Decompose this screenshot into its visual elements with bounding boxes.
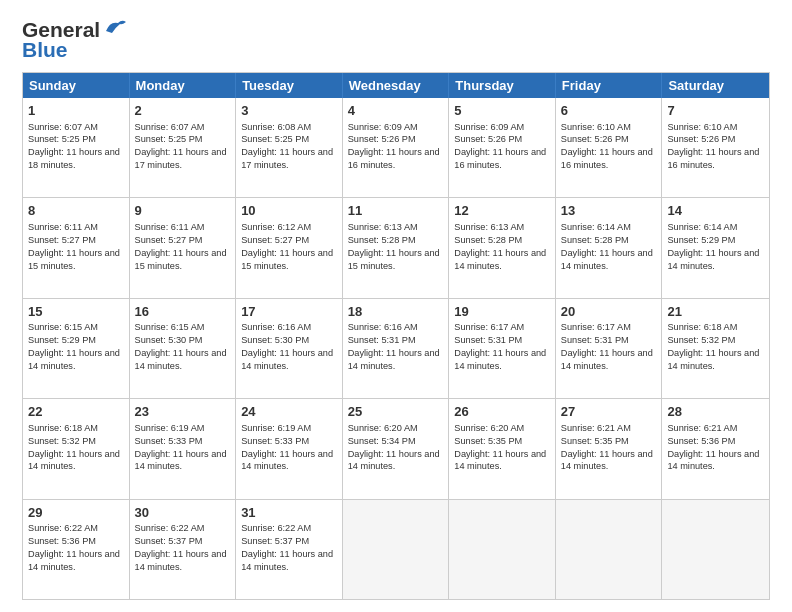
- day-info: Sunrise: 6:14 AMSunset: 5:28 PMDaylight:…: [561, 222, 653, 271]
- day-number: 15: [28, 303, 124, 321]
- page: General Blue Sunday Monday Tuesday Wedne…: [0, 0, 792, 612]
- calendar-cell-day-11: 11 Sunrise: 6:13 AMSunset: 5:28 PMDaylig…: [343, 198, 450, 297]
- day-number: 31: [241, 504, 337, 522]
- calendar-cell-day-22: 22 Sunrise: 6:18 AMSunset: 5:32 PMDaylig…: [23, 399, 130, 498]
- calendar-cell-day-28: 28 Sunrise: 6:21 AMSunset: 5:36 PMDaylig…: [662, 399, 769, 498]
- day-info: Sunrise: 6:11 AMSunset: 5:27 PMDaylight:…: [135, 222, 227, 271]
- calendar-cell-day-19: 19 Sunrise: 6:17 AMSunset: 5:31 PMDaylig…: [449, 299, 556, 398]
- day-info: Sunrise: 6:15 AMSunset: 5:29 PMDaylight:…: [28, 322, 120, 371]
- calendar-cell-day-9: 9 Sunrise: 6:11 AMSunset: 5:27 PMDayligh…: [130, 198, 237, 297]
- day-info: Sunrise: 6:20 AMSunset: 5:34 PMDaylight:…: [348, 423, 440, 472]
- day-info: Sunrise: 6:21 AMSunset: 5:35 PMDaylight:…: [561, 423, 653, 472]
- day-number: 12: [454, 202, 550, 220]
- day-info: Sunrise: 6:18 AMSunset: 5:32 PMDaylight:…: [28, 423, 120, 472]
- day-info: Sunrise: 6:08 AMSunset: 5:25 PMDaylight:…: [241, 122, 333, 171]
- calendar-cell-day-13: 13 Sunrise: 6:14 AMSunset: 5:28 PMDaylig…: [556, 198, 663, 297]
- calendar: Sunday Monday Tuesday Wednesday Thursday…: [22, 72, 770, 600]
- day-info: Sunrise: 6:13 AMSunset: 5:28 PMDaylight:…: [348, 222, 440, 271]
- calendar-cell-day-20: 20 Sunrise: 6:17 AMSunset: 5:31 PMDaylig…: [556, 299, 663, 398]
- day-number: 3: [241, 102, 337, 120]
- day-number: 26: [454, 403, 550, 421]
- calendar-week-4: 22 Sunrise: 6:18 AMSunset: 5:32 PMDaylig…: [23, 398, 769, 498]
- day-info: Sunrise: 6:16 AMSunset: 5:31 PMDaylight:…: [348, 322, 440, 371]
- calendar-week-2: 8 Sunrise: 6:11 AMSunset: 5:27 PMDayligh…: [23, 197, 769, 297]
- day-number: 27: [561, 403, 657, 421]
- calendar-cell-day-6: 6 Sunrise: 6:10 AMSunset: 5:26 PMDayligh…: [556, 98, 663, 197]
- day-info: Sunrise: 6:22 AMSunset: 5:36 PMDaylight:…: [28, 523, 120, 572]
- day-number: 11: [348, 202, 444, 220]
- day-info: Sunrise: 6:12 AMSunset: 5:27 PMDaylight:…: [241, 222, 333, 271]
- day-number: 18: [348, 303, 444, 321]
- day-number: 6: [561, 102, 657, 120]
- day-info: Sunrise: 6:14 AMSunset: 5:29 PMDaylight:…: [667, 222, 759, 271]
- calendar-cell-empty: [556, 500, 663, 599]
- calendar-cell-day-3: 3 Sunrise: 6:08 AMSunset: 5:25 PMDayligh…: [236, 98, 343, 197]
- day-info: Sunrise: 6:22 AMSunset: 5:37 PMDaylight:…: [135, 523, 227, 572]
- calendar-week-3: 15 Sunrise: 6:15 AMSunset: 5:29 PMDaylig…: [23, 298, 769, 398]
- calendar-cell-empty: [662, 500, 769, 599]
- calendar-cell-day-31: 31 Sunrise: 6:22 AMSunset: 5:37 PMDaylig…: [236, 500, 343, 599]
- day-number: 1: [28, 102, 124, 120]
- day-info: Sunrise: 6:11 AMSunset: 5:27 PMDaylight:…: [28, 222, 120, 271]
- day-number: 10: [241, 202, 337, 220]
- day-number: 14: [667, 202, 764, 220]
- calendar-cell-day-23: 23 Sunrise: 6:19 AMSunset: 5:33 PMDaylig…: [130, 399, 237, 498]
- day-number: 13: [561, 202, 657, 220]
- day-number: 8: [28, 202, 124, 220]
- calendar-body: 1 Sunrise: 6:07 AMSunset: 5:25 PMDayligh…: [23, 98, 769, 599]
- day-number: 23: [135, 403, 231, 421]
- day-number: 9: [135, 202, 231, 220]
- day-info: Sunrise: 6:19 AMSunset: 5:33 PMDaylight:…: [241, 423, 333, 472]
- logo-blue: Blue: [22, 38, 68, 62]
- calendar-cell-day-24: 24 Sunrise: 6:19 AMSunset: 5:33 PMDaylig…: [236, 399, 343, 498]
- day-info: Sunrise: 6:13 AMSunset: 5:28 PMDaylight:…: [454, 222, 546, 271]
- day-info: Sunrise: 6:07 AMSunset: 5:25 PMDaylight:…: [135, 122, 227, 171]
- day-info: Sunrise: 6:10 AMSunset: 5:26 PMDaylight:…: [561, 122, 653, 171]
- day-info: Sunrise: 6:20 AMSunset: 5:35 PMDaylight:…: [454, 423, 546, 472]
- day-info: Sunrise: 6:17 AMSunset: 5:31 PMDaylight:…: [454, 322, 546, 371]
- calendar-cell-day-29: 29 Sunrise: 6:22 AMSunset: 5:36 PMDaylig…: [23, 500, 130, 599]
- logo-bird-icon: [102, 17, 128, 39]
- day-number: 24: [241, 403, 337, 421]
- day-number: 28: [667, 403, 764, 421]
- calendar-cell-day-7: 7 Sunrise: 6:10 AMSunset: 5:26 PMDayligh…: [662, 98, 769, 197]
- day-info: Sunrise: 6:07 AMSunset: 5:25 PMDaylight:…: [28, 122, 120, 171]
- calendar-cell-day-21: 21 Sunrise: 6:18 AMSunset: 5:32 PMDaylig…: [662, 299, 769, 398]
- day-number: 5: [454, 102, 550, 120]
- day-number: 22: [28, 403, 124, 421]
- header-friday: Friday: [556, 73, 663, 98]
- calendar-cell-day-27: 27 Sunrise: 6:21 AMSunset: 5:35 PMDaylig…: [556, 399, 663, 498]
- header-wednesday: Wednesday: [343, 73, 450, 98]
- calendar-cell-day-26: 26 Sunrise: 6:20 AMSunset: 5:35 PMDaylig…: [449, 399, 556, 498]
- header-saturday: Saturday: [662, 73, 769, 98]
- day-info: Sunrise: 6:21 AMSunset: 5:36 PMDaylight:…: [667, 423, 759, 472]
- day-number: 17: [241, 303, 337, 321]
- calendar-cell-day-14: 14 Sunrise: 6:14 AMSunset: 5:29 PMDaylig…: [662, 198, 769, 297]
- day-info: Sunrise: 6:09 AMSunset: 5:26 PMDaylight:…: [454, 122, 546, 171]
- calendar-week-1: 1 Sunrise: 6:07 AMSunset: 5:25 PMDayligh…: [23, 98, 769, 197]
- calendar-cell-day-8: 8 Sunrise: 6:11 AMSunset: 5:27 PMDayligh…: [23, 198, 130, 297]
- day-number: 30: [135, 504, 231, 522]
- calendar-cell-day-15: 15 Sunrise: 6:15 AMSunset: 5:29 PMDaylig…: [23, 299, 130, 398]
- calendar-cell-empty: [343, 500, 450, 599]
- day-number: 16: [135, 303, 231, 321]
- day-number: 4: [348, 102, 444, 120]
- calendar-cell-day-4: 4 Sunrise: 6:09 AMSunset: 5:26 PMDayligh…: [343, 98, 450, 197]
- day-info: Sunrise: 6:22 AMSunset: 5:37 PMDaylight:…: [241, 523, 333, 572]
- header: General Blue: [22, 18, 770, 62]
- day-number: 2: [135, 102, 231, 120]
- day-number: 19: [454, 303, 550, 321]
- logo: General Blue: [22, 18, 128, 62]
- day-info: Sunrise: 6:17 AMSunset: 5:31 PMDaylight:…: [561, 322, 653, 371]
- calendar-cell-day-16: 16 Sunrise: 6:15 AMSunset: 5:30 PMDaylig…: [130, 299, 237, 398]
- header-thursday: Thursday: [449, 73, 556, 98]
- calendar-cell-day-12: 12 Sunrise: 6:13 AMSunset: 5:28 PMDaylig…: [449, 198, 556, 297]
- header-tuesday: Tuesday: [236, 73, 343, 98]
- day-info: Sunrise: 6:19 AMSunset: 5:33 PMDaylight:…: [135, 423, 227, 472]
- day-number: 29: [28, 504, 124, 522]
- calendar-cell-day-18: 18 Sunrise: 6:16 AMSunset: 5:31 PMDaylig…: [343, 299, 450, 398]
- day-info: Sunrise: 6:10 AMSunset: 5:26 PMDaylight:…: [667, 122, 759, 171]
- calendar-cell-day-2: 2 Sunrise: 6:07 AMSunset: 5:25 PMDayligh…: [130, 98, 237, 197]
- day-info: Sunrise: 6:09 AMSunset: 5:26 PMDaylight:…: [348, 122, 440, 171]
- calendar-cell-day-30: 30 Sunrise: 6:22 AMSunset: 5:37 PMDaylig…: [130, 500, 237, 599]
